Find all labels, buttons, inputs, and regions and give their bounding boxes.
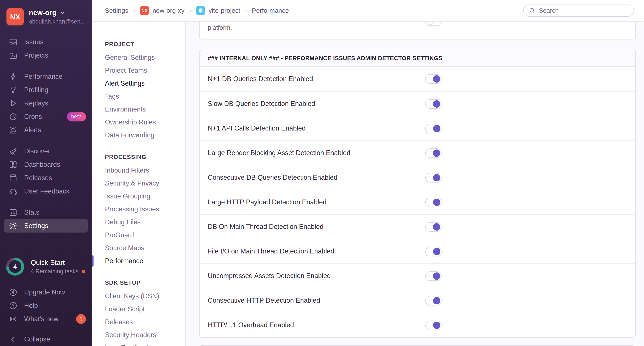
db-on-main-thread-detection-enabled-toggle[interactable] (425, 222, 442, 232)
toggle-knob (433, 174, 440, 181)
breadcrumb-item-vite-project[interactable]: vite-project (196, 6, 240, 15)
org-switcher[interactable]: NX new-org abdullah.khan@sen… (0, 6, 92, 28)
sidebar-item-user-feedback[interactable]: User Feedback (0, 185, 92, 198)
search-input[interactable] (539, 7, 629, 14)
uncompressed-assets-detection-enabled-toggle[interactable] (425, 271, 442, 281)
settings-nav-item-user-feedback[interactable]: User Feedback (92, 341, 185, 346)
settings-nav-item-security-headers[interactable]: Security Headers (92, 328, 185, 341)
sidebar-item-help[interactable]: Help (0, 299, 92, 312)
large-render-blocking-asset-detection-enabled-toggle[interactable] (425, 148, 442, 158)
sidebar-item-label: Performance (24, 73, 86, 81)
toggle-knob (433, 150, 440, 157)
sidebar-item-dashboards[interactable]: Dashboards (0, 158, 92, 171)
breadcrumb-item-performance[interactable]: Performance (252, 7, 289, 14)
profiling-icon (8, 85, 18, 95)
n-1-db-queries-detection-enabled-toggle[interactable] (425, 74, 442, 84)
settings-nav-item-loader-script[interactable]: Loader Script (92, 303, 185, 315)
breadcrumb-label: vite-project (209, 7, 240, 14)
alerts-icon (8, 126, 18, 135)
file-i-o-on-main-thread-detection-enabled-toggle[interactable] (425, 247, 442, 256)
sidebar-item-label: What's new (24, 315, 70, 323)
sidebar-item-label: Upgrade Now (24, 288, 86, 296)
quick-start-count: 4 (6, 257, 24, 276)
detector-row-label: HTTP/1.1 Overhead Enabled (208, 321, 294, 329)
settings-content: platform. ### INTERNAL ONLY ### - PERFOR… (186, 22, 644, 346)
detector-row-consecutive-db-queries-detection-enabled: Consecutive DB Queries Detection Enabled (200, 165, 636, 190)
settings-nav-item-proguard[interactable]: ProGuard (92, 229, 185, 242)
sidebar-item-discover[interactable]: Discover (0, 145, 92, 158)
breadcrumb-item-new-org-xy[interactable]: NXnew-org-xy (140, 6, 184, 15)
settings-nav-item-issue-grouping[interactable]: Issue Grouping (92, 190, 185, 203)
sidebar-item-crons[interactable]: Cronsbeta (0, 110, 92, 123)
detector-row-label: Large HTTP Payload Detection Enabled (208, 198, 326, 206)
sidebar-item-profiling[interactable]: Profiling (0, 83, 92, 97)
toggle-knob (433, 199, 440, 206)
dashboards-icon (8, 160, 18, 169)
settings-nav-item-ownership-rules[interactable]: Ownership Rules (92, 116, 185, 129)
sidebar-item-stats[interactable]: Stats (0, 206, 92, 219)
issues-icon (8, 38, 18, 47)
breadcrumb-separator-icon: › (133, 7, 135, 14)
sidebar-item-upgrade-now[interactable]: Upgrade Now (0, 286, 92, 299)
toggle-knob (433, 297, 440, 304)
settings-nav-item-security-privacy[interactable]: Security & Privacy (92, 177, 185, 190)
consecutive-http-detection-enabled-toggle[interactable] (425, 296, 442, 305)
http-1-1-overhead-enabled-toggle[interactable] (425, 320, 442, 330)
sidebar-item-settings[interactable]: Settings (4, 219, 88, 232)
settings-nav-item-alert-settings[interactable]: Alert Settings (92, 77, 185, 90)
search-icon (528, 7, 535, 14)
sidebar-item-label: User Feedback (24, 187, 86, 195)
releases-icon (8, 173, 18, 182)
partial-card-toggle[interactable] (425, 22, 442, 26)
sidebar-nav-group: StatsSettings (0, 206, 92, 232)
sidebar-item-label: Releases (24, 174, 86, 182)
settings-nav-item-inbound-filters[interactable]: Inbound Filters (92, 164, 185, 177)
settings-nav-item-environments[interactable]: Environments (92, 103, 185, 116)
settings-secondary-nav: PROJECTGeneral SettingsProject TeamsAler… (92, 22, 186, 346)
settings-nav-item-client-keys-dsn[interactable]: Client Keys (DSN) (92, 290, 185, 303)
sidebar-item-label: Replays (24, 99, 86, 107)
sidebar-item-collapse[interactable]: Collapse (0, 333, 92, 346)
settings-nav-item-source-maps[interactable]: Source Maps (92, 242, 185, 254)
settings-nav-item-project-teams[interactable]: Project Teams (92, 64, 185, 77)
settings-nav-section-sdk-setup: SDK SETUPClient Keys (DSN)Loader ScriptR… (92, 279, 185, 346)
detector-row-large-render-blocking-asset-detection-enabled: Large Render Blocking Asset Detection En… (200, 140, 636, 165)
consecutive-db-queries-detection-enabled-toggle[interactable] (425, 173, 442, 182)
quick-start-panel[interactable]: 4 Quick Start 4 Remaining tasks (0, 257, 92, 276)
sidebar-item-issues[interactable]: Issues (0, 35, 92, 49)
sidebar-nav-group: IssuesProjects (0, 35, 92, 62)
detector-row-label: Consecutive DB Queries Detection Enabled (208, 174, 337, 181)
breadcrumb-separator-icon: › (189, 7, 192, 14)
settings-nav-section-project: PROJECTGeneral SettingsProject TeamsAler… (92, 41, 185, 142)
settings-nav-item-debug-files[interactable]: Debug Files (92, 216, 185, 229)
settings-nav-item-performance[interactable]: Performance (92, 254, 185, 267)
settings-nav-item-general-settings[interactable]: General Settings (92, 51, 185, 64)
toggle-knob (433, 125, 440, 132)
toggle-knob (433, 100, 440, 108)
breadcrumb-item-settings[interactable]: Settings (105, 7, 128, 14)
org-meta: new-org abdullah.khan@sen… (29, 9, 85, 25)
settings-nav-item-releases[interactable]: Releases (92, 315, 185, 328)
settings-nav-item-data-forwarding[interactable]: Data Forwarding (92, 129, 185, 142)
partial-card-text: platform. (208, 24, 232, 31)
partial-top-card: platform. (199, 22, 636, 40)
sidebar-item-label: Alerts (24, 126, 86, 134)
main-sidebar: NX new-org abdullah.khan@sen… IssuesProj… (0, 0, 92, 346)
sidebar-item-alerts[interactable]: Alerts (0, 123, 92, 137)
sidebar-item-releases[interactable]: Releases (0, 171, 92, 185)
settings-nav-item-tags[interactable]: Tags (92, 90, 185, 103)
large-http-payload-detection-enabled-toggle[interactable] (425, 198, 442, 207)
toggle-knob (433, 248, 440, 255)
sidebar-item-projects[interactable]: Projects (0, 49, 92, 62)
slow-db-queries-detection-enabled-toggle[interactable] (425, 99, 442, 109)
projects-icon (8, 51, 18, 60)
sidebar-item-replays[interactable]: Replays (0, 97, 92, 110)
sidebar-item-performance[interactable]: Performance (0, 70, 92, 83)
detector-row-label: File I/O on Main Thread Detection Enable… (208, 247, 334, 255)
detector-row-large-http-payload-detection-enabled: Large HTTP Payload Detection Enabled (200, 190, 636, 214)
collapse-icon (8, 335, 18, 344)
sidebar-spacer (0, 232, 92, 257)
settings-nav-item-processing-issues[interactable]: Processing Issues (92, 203, 185, 216)
sidebar-item-what-s-new[interactable]: What's new1 (0, 312, 92, 326)
n-1-api-calls-detection-enabled-toggle[interactable] (425, 124, 442, 133)
